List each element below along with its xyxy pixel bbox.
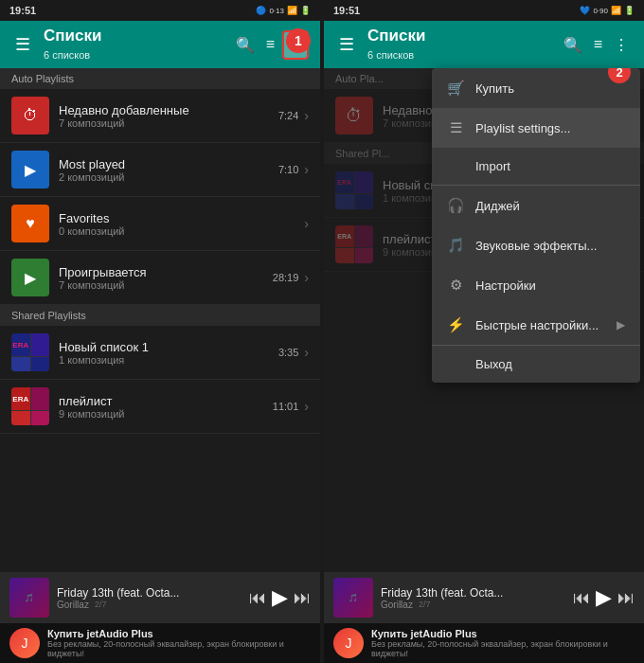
ad-bar-2[interactable]: J Купить jetAudio Plus Без рекламы, 20-п…: [324, 623, 644, 663]
now-playing-meta-1: Gorillaz 2/7: [57, 600, 242, 610]
playlist-name-playing: Проигрывается: [59, 265, 273, 279]
quick-settings-icon: ⚡: [447, 316, 464, 333]
now-playing-artist-2: Gorillaz: [381, 600, 413, 610]
now-playing-bar-2[interactable]: 🎵 Friday 13th (feat. Octa... Gorillaz 2/…: [324, 572, 644, 623]
play-button-1[interactable]: ▶: [272, 585, 288, 610]
art-cell-bg-7: [335, 248, 354, 263]
recent-icon: ⏱: [23, 107, 38, 124]
dropdown-label-settings: Настройки: [475, 278, 536, 293]
battery-icon-2: 🔋: [624, 6, 635, 15]
now-playing-controls-1: ⏮ ▶ ⏭: [249, 585, 311, 610]
art-cell-bg-1: ERA: [335, 171, 354, 193]
ad-title-1: Купить jetAudio Plus: [47, 628, 311, 639]
playlist-item-recent[interactable]: ⏱ Недавно добавленные 7 композиций 7:24 …: [0, 89, 320, 143]
now-playing-title-1: Friday 13th (feat. Octa...: [57, 586, 242, 600]
chevron-recent: ›: [304, 108, 309, 123]
now-playing-meta-2: Gorillaz 2/7: [381, 600, 565, 610]
more-button-wrapper-1: ⋮ 1: [282, 30, 309, 60]
ad-icon-2: J: [333, 628, 364, 658]
playlist-icon-recent: ⏱: [11, 97, 49, 134]
heart-icon-2: 💙: [580, 6, 590, 15]
scroll-area-1[interactable]: Auto Playlists ⏱ Недавно добавленные 7 к…: [0, 68, 320, 572]
icon-bg-1: ⏱: [346, 106, 363, 126]
art-cell-bg-6: [355, 225, 374, 247]
most-played-icon: ▶: [25, 161, 36, 179]
playlist-art-bg-2: ERA: [335, 225, 373, 263]
menu-button-2[interactable]: ☰: [335, 30, 358, 59]
prev-button-1[interactable]: ⏮: [249, 588, 266, 608]
dropdown-item-effects[interactable]: 🎵 Звуковые эффекты...: [432, 225, 640, 265]
next-button-2[interactable]: ⏭: [617, 588, 635, 608]
playlist-info-favorites: Favorites 0 композиций: [59, 211, 298, 237]
header-subtitle-2: 6 списков: [367, 49, 414, 61]
wifi-icon: 📶: [287, 6, 297, 15]
playlist-item-shared-1[interactable]: ERA Новый список 1 1 композиция 3:35 ›: [0, 326, 320, 380]
art-cell-bg-8: [355, 248, 374, 263]
chevron-playing: ›: [304, 270, 309, 285]
dropdown-label-import: Import: [475, 159, 510, 173]
dropdown-item-dj[interactable]: 🎧 Диджей: [432, 186, 640, 225]
dropdown-badge-wrapper: 🛒 Купить 2: [432, 68, 640, 108]
prev-button-2[interactable]: ⏮: [573, 588, 590, 608]
ad-icon-1: J: [9, 628, 40, 658]
playlist-item-playing[interactable]: ▶ Проигрывается 7 композиций 28:19 ›: [0, 251, 320, 305]
playlist-art-shared-2: ERA: [11, 387, 49, 425]
dropdown-item-playlist-settings[interactable]: ☰ Playlist settings...: [432, 108, 640, 148]
dropdown-item-settings[interactable]: ⚙ Настройки: [432, 265, 640, 305]
now-playing-art-2: 🎵: [333, 578, 373, 618]
chevron-most-played: ›: [304, 162, 309, 177]
ad-title-2: Купить jetAudio Plus: [371, 628, 635, 639]
album-art-grid-bg-1: ERA: [335, 171, 373, 209]
next-button-1[interactable]: ⏭: [294, 588, 311, 608]
now-playing-title-2: Friday 13th (feat. Octa...: [381, 586, 565, 600]
panel-2: 19:51 💙 0·90 📶 🔋 ☰ Списки 6 списков 🔍 ≡ …: [324, 0, 644, 663]
badge-1: 1: [286, 28, 311, 53]
list-view-button-2[interactable]: ≡: [590, 32, 606, 57]
playlist-item-most-played[interactable]: ▶ Most played 2 композиций 7:10 ›: [0, 143, 320, 197]
header-main-title-2: Списки: [367, 27, 425, 45]
effects-icon: 🎵: [447, 237, 464, 254]
dropdown-label-playlist-settings: Playlist settings...: [475, 121, 570, 135]
buy-icon: 🛒: [447, 80, 464, 97]
status-icons-2: 💙 0·90 📶 🔋: [580, 6, 635, 15]
chevron-shared-2: ›: [304, 399, 309, 414]
album-art-grid-1: ERA: [11, 333, 49, 371]
ad-text-1: Купить jetAudio Plus Без рекламы, 20-пол…: [47, 628, 311, 658]
ad-bar-1[interactable]: J Купить jetAudio Plus Без рекламы, 20-п…: [0, 623, 320, 663]
playlist-info-most-played: Most played 2 композиций: [59, 157, 278, 183]
more-button-2[interactable]: ⋮: [610, 32, 633, 58]
dropdown-item-import[interactable]: Import: [432, 148, 640, 185]
app-header-1: ☰ Списки 6 списков 🔍 ≡ ⋮ 1: [0, 21, 320, 68]
header-left-1: ☰ Списки 6 списков: [11, 27, 101, 63]
art-cell-4: [31, 357, 50, 371]
art-cell-5: ERA: [11, 387, 30, 410]
playlist-duration-most-played: 7:10: [278, 164, 298, 175]
chevron-shared-1: ›: [304, 345, 309, 360]
now-playing-art-img-1: 🎵: [9, 578, 49, 618]
playlist-icon-favorites: ♥: [11, 205, 49, 242]
playlist-info-shared-2: плейлист 9 композиций: [59, 394, 273, 420]
dropdown-item-quick-settings[interactable]: ⚡ Быстрые настройки... ▶: [432, 305, 640, 345]
search-button-2[interactable]: 🔍: [560, 32, 586, 58]
menu-button-1[interactable]: ☰: [11, 30, 34, 59]
list-view-button-1[interactable]: ≡: [262, 32, 278, 57]
art-cell-6: [31, 387, 50, 410]
dropdown-label-buy: Купить: [475, 81, 514, 96]
playlist-count-most-played: 2 композиций: [59, 171, 278, 183]
signal-text: 0·13: [269, 7, 284, 15]
playlist-settings-icon: ☰: [447, 119, 464, 136]
dropdown-label-effects: Звуковые эффекты...: [475, 239, 597, 253]
app-header-2: ☰ Списки 6 списков 🔍 ≡ ⋮: [324, 21, 644, 68]
art-cell-2: [31, 333, 50, 356]
playlist-icon-most-played: ▶: [11, 151, 49, 188]
status-time-2: 19:51: [333, 5, 360, 16]
playlist-item-shared-2[interactable]: ERA плейлист 9 композиций 11:01 ›: [0, 380, 320, 434]
playlist-item-favorites[interactable]: ♥ Favorites 0 композиций ›: [0, 197, 320, 251]
playlist-duration-playing: 28:19: [273, 272, 299, 283]
play-button-2[interactable]: ▶: [596, 585, 612, 610]
search-button-1[interactable]: 🔍: [232, 32, 259, 58]
header-actions-2: 🔍 ≡ ⋮: [560, 32, 633, 58]
ad-desc-1: Без рекламы, 20-полосный эквалайзер, экр…: [47, 639, 311, 658]
dropdown-item-exit[interactable]: Выход: [432, 346, 640, 383]
now-playing-bar-1[interactable]: 🎵 Friday 13th (feat. Octa... Gorillaz 2/…: [0, 572, 320, 623]
